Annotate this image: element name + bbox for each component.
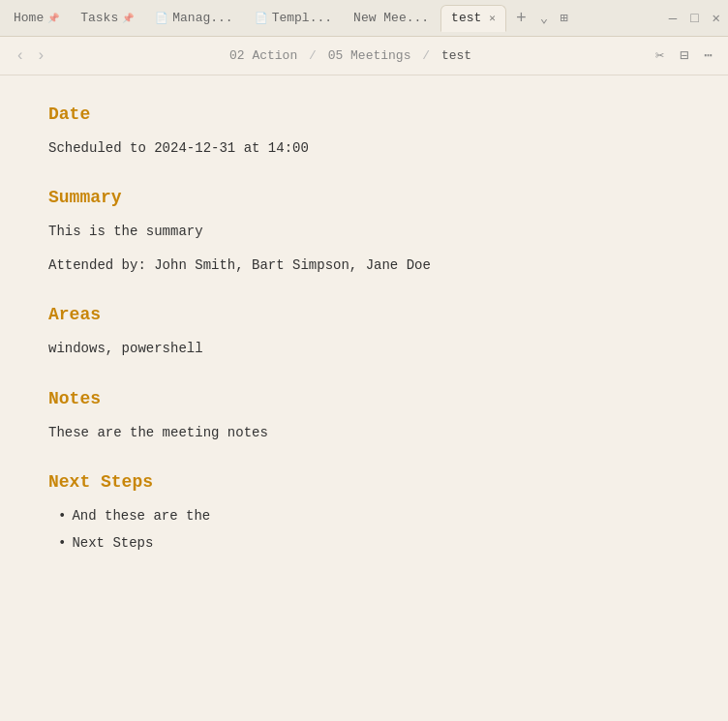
paragraph: These are the meeting notes xyxy=(48,422,680,443)
section-next-steps: Next StepsAnd these are theNext Steps xyxy=(48,472,680,555)
window-controls: — □ ✕ xyxy=(665,8,724,28)
list-item: And these are the xyxy=(58,505,680,526)
list: And these are theNext Steps xyxy=(48,505,680,555)
tab-label: Home xyxy=(14,11,44,25)
section-heading-next-steps: Next Steps xyxy=(48,472,680,492)
more-options-icon[interactable]: ⋯ xyxy=(700,45,716,67)
section-heading-date: Date xyxy=(48,105,680,124)
tab-templ[interactable]: 📄Templ... xyxy=(245,5,342,32)
pin-icon: 📌 xyxy=(122,13,134,24)
tab-tasks[interactable]: Tasks📌 xyxy=(71,5,143,32)
tab-label: Manag... xyxy=(172,11,232,25)
list-item: Next Steps xyxy=(58,532,680,554)
section-content-notes: These are the meeting notes xyxy=(48,422,680,443)
section-content-next-steps: And these are theNext Steps xyxy=(48,505,680,555)
section-content-date: Scheduled to 2024-12-31 at 14:00 xyxy=(48,137,680,159)
breadcrumb-separator: / xyxy=(301,48,323,63)
breadcrumb-link[interactable]: 05 Meetings xyxy=(328,48,411,63)
paragraph: Attended by: John Smith, Bart Simpson, J… xyxy=(48,255,680,276)
tab-test[interactable]: test✕ xyxy=(440,5,506,32)
nav-buttons: ‹ › xyxy=(12,45,49,67)
section-content-areas: windows, powershell xyxy=(48,338,680,359)
tab-bar: Home📌Tasks📌📄Manag...📄Templ...New Mee...t… xyxy=(0,0,728,37)
paragraph: Scheduled to 2024-12-31 at 14:00 xyxy=(48,137,680,159)
add-tab-button[interactable]: + xyxy=(508,9,534,28)
section-date: DateScheduled to 2024-12-31 at 14:00 xyxy=(48,105,680,159)
section-heading-notes: Notes xyxy=(48,389,680,408)
tab-label: Tasks xyxy=(80,11,118,25)
breadcrumb-link[interactable]: 02 Action xyxy=(229,48,297,63)
sidebar-layout-button[interactable]: ⊞ xyxy=(554,10,573,26)
tab-home[interactable]: Home📌 xyxy=(4,5,69,32)
paragraph: This is the summary xyxy=(48,221,680,242)
doc-icon: 📄 xyxy=(255,12,268,24)
tab-label: test xyxy=(451,11,481,25)
forward-button[interactable]: › xyxy=(33,45,50,67)
tab-close-button[interactable]: ✕ xyxy=(489,12,496,24)
tab-manage[interactable]: 📄Manag... xyxy=(145,5,242,32)
section-summary: SummaryThis is the summaryAttended by: J… xyxy=(48,188,680,276)
toolbar-right: ✂ ⊟ ⋯ xyxy=(652,45,716,67)
paragraph: windows, powershell xyxy=(48,338,680,359)
section-heading-summary: Summary xyxy=(48,188,680,207)
layout-icon[interactable]: ⊟ xyxy=(676,45,692,67)
pin-icon: 📌 xyxy=(47,13,59,24)
section-heading-areas: Areas xyxy=(48,305,680,324)
minimize-button[interactable]: — xyxy=(665,9,681,28)
close-window-button[interactable]: ✕ xyxy=(709,8,724,28)
section-content-summary: This is the summaryAttended by: John Smi… xyxy=(48,221,680,276)
section-areas: Areaswindows, powershell xyxy=(48,305,680,359)
scissors-icon[interactable]: ✂ xyxy=(652,45,668,67)
tab-overflow-button[interactable]: ⌄ xyxy=(536,10,552,26)
breadcrumb-current: test xyxy=(441,48,471,63)
breadcrumb: 02 Action / 05 Meetings / test xyxy=(57,48,644,63)
content-area: DateScheduled to 2024-12-31 at 14:00Summ… xyxy=(0,75,728,721)
maximize-button[interactable]: □ xyxy=(686,9,702,28)
tab-new-meeting[interactable]: New Mee... xyxy=(344,5,439,32)
toolbar: ‹ › 02 Action / 05 Meetings / test ✂ ⊟ ⋯ xyxy=(0,37,728,75)
tab-label: New Mee... xyxy=(353,11,429,25)
section-notes: NotesThese are the meeting notes xyxy=(48,389,680,443)
tab-label: Templ... xyxy=(272,11,332,25)
breadcrumb-separator: / xyxy=(414,48,437,63)
doc-icon: 📄 xyxy=(155,12,168,24)
back-button[interactable]: ‹ xyxy=(12,45,29,67)
